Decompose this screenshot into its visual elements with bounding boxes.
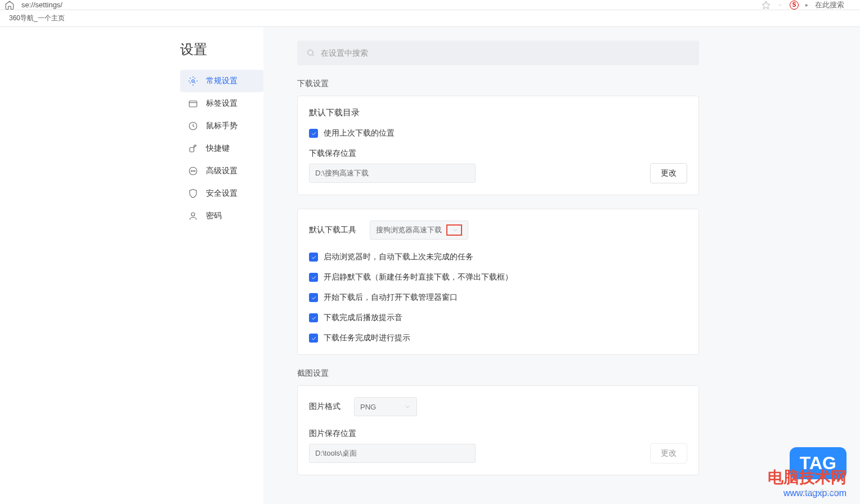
screenshot-path-input[interactable]: D:\tools\桌面 [309, 444, 476, 463]
sogou-logo-icon: S [790, 1, 799, 10]
default-tool-select[interactable]: 搜狗浏览器高速下载 [370, 220, 468, 240]
select-value: PNG [360, 403, 376, 411]
checkbox-resume-on-start[interactable] [309, 253, 318, 262]
sidebar-item-general[interactable]: 常规设置 [180, 70, 263, 92]
checkbox-label: 开始下载后，自动打开下载管理器窗口 [324, 292, 458, 303]
svg-point-9 [308, 50, 313, 55]
sidebar-item-label: 标签设置 [206, 98, 238, 109]
dots-icon [188, 166, 198, 176]
download-path-input[interactable]: D:\搜狗高速下载 [309, 164, 476, 183]
browser-tab[interactable]: 360导航_一个主页 [5, 11, 69, 25]
checkbox-open-manager[interactable] [309, 293, 318, 302]
url-text[interactable]: se://settings/ [21, 1, 762, 9]
checkbox-label: 下载任务完成时进行提示 [324, 333, 410, 343]
settings-search[interactable] [297, 40, 699, 65]
default-tool-label: 默认下载工具 [309, 225, 356, 235]
change-screenshot-path-button[interactable]: 更改 [650, 443, 687, 464]
sidebar-item-label: 安全设置 [206, 188, 238, 199]
section-header-download: 下载设置 [297, 79, 826, 89]
x7-watermark: www.x7.com [799, 488, 840, 496]
chevron-down-icon [452, 227, 459, 233]
svg-point-7 [194, 170, 195, 172]
download-dir-card: 默认下载目录 使用上次下载的位置 下载保存位置 D:\搜狗高速下载 更改 [297, 96, 699, 195]
shortcut-icon [188, 143, 198, 154]
sidebar: 常规设置 标签设置 鼠标手势 快捷键 高级设置 安全设置 [180, 70, 263, 227]
bookmark-star-icon[interactable] [762, 1, 771, 10]
svg-point-6 [192, 170, 194, 172]
checkbox-notify-complete[interactable] [309, 334, 318, 343]
screenshot-card: 图片格式 PNG 图片保存位置 D:\tools\桌面 更改 [297, 385, 699, 475]
sidebar-item-password[interactable]: 密码 [180, 205, 263, 227]
field-label-save-location: 下载保存位置 [309, 148, 687, 159]
format-label: 图片格式 [309, 402, 341, 412]
shield-icon [188, 188, 198, 199]
sidebar-item-shortcut[interactable]: 快捷键 [180, 137, 263, 160]
checkbox-label: 开启静默下载（新建任务时直接下载，不弹出下载框） [324, 272, 513, 282]
format-select[interactable]: PNG [354, 397, 417, 416]
card-title: 默认下载目录 [309, 107, 687, 118]
download-options-card: 默认下载工具 搜狗浏览器高速下载 启动浏览器时，自动下载上次未完成的任务 开启静… [297, 209, 699, 355]
svg-point-5 [191, 170, 192, 172]
tab-icon [188, 98, 198, 109]
svg-rect-1 [189, 101, 197, 107]
chevron-down-icon[interactable] [777, 2, 783, 8]
annotation-highlight [446, 224, 462, 236]
sidebar-item-label: 密码 [206, 211, 222, 221]
checkbox-label: 下载完成后播放提示音 [324, 313, 402, 323]
tab-bar: 360导航_一个主页 [0, 10, 860, 27]
search-icon [306, 48, 315, 57]
sidebar-item-label: 高级设置 [206, 166, 238, 176]
settings-search-input[interactable] [321, 48, 690, 57]
sidebar-item-advanced[interactable]: 高级设置 [180, 160, 263, 182]
svg-point-0 [192, 80, 195, 83]
checkbox-label: 启动浏览器时，自动下载上次未完成的任务 [324, 252, 473, 262]
change-download-path-button[interactable]: 更改 [650, 163, 687, 183]
svg-rect-3 [190, 148, 194, 152]
browser-address-bar: se://settings/ S ▸ 在此搜索 [0, 0, 860, 10]
home-icon[interactable] [5, 0, 15, 10]
arrow-icon: ▸ [805, 2, 808, 8]
checkbox-use-last-location[interactable] [309, 129, 318, 138]
user-icon [188, 211, 198, 221]
search-hint-text[interactable]: 在此搜索 [815, 0, 844, 10]
section-header-screenshot: 截图设置 [297, 368, 826, 379]
sidebar-item-mouse[interactable]: 鼠标手势 [180, 115, 263, 137]
svg-point-8 [191, 213, 195, 216]
tag-watermark-badge: TAG [790, 447, 846, 479]
select-value: 搜狗浏览器高速下载 [376, 225, 442, 235]
clock-icon [188, 121, 198, 131]
checkbox-play-sound[interactable] [309, 313, 318, 322]
gear-icon [188, 76, 198, 86]
sidebar-item-security[interactable]: 安全设置 [180, 182, 263, 205]
checkbox-silent-download[interactable] [309, 273, 318, 282]
sidebar-item-label: 快捷键 [206, 143, 230, 154]
content-panel[interactable]: 下载设置 默认下载目录 使用上次下载的位置 下载保存位置 D:\搜狗高速下载 更… [263, 27, 860, 504]
sidebar-item-label: 常规设置 [206, 76, 238, 86]
field-label-screenshot-location: 图片保存位置 [309, 429, 687, 439]
page-title: 设置 [180, 40, 263, 58]
checkbox-label: 使用上次下载的位置 [324, 128, 395, 138]
sidebar-item-label: 鼠标手势 [206, 121, 238, 131]
chevron-down-icon [404, 403, 411, 410]
left-panel: 设置 常规设置 标签设置 鼠标手势 快捷键 高级设置 [0, 27, 263, 504]
sidebar-item-tabs[interactable]: 标签设置 [180, 92, 263, 115]
